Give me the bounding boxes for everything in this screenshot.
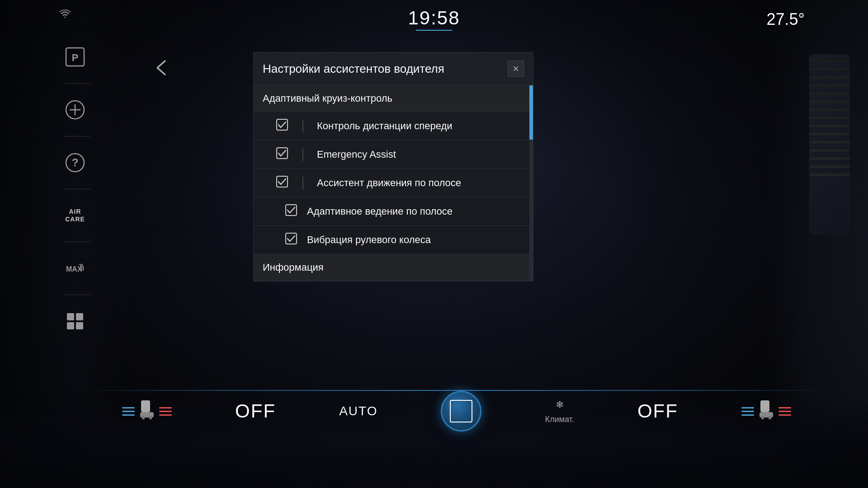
menu-item-emergency[interactable]: Emergency Assist xyxy=(254,141,533,169)
seat-line-3 xyxy=(122,414,135,416)
menu-item-lane[interactable]: Ассистент движения по полосе xyxy=(254,169,533,197)
menu-item-distance-label: Контроль дистанции спереди xyxy=(317,120,453,132)
svg-rect-17 xyxy=(141,400,150,412)
wifi-icon xyxy=(59,9,71,22)
back-button[interactable] xyxy=(154,59,167,81)
item-divider-2 xyxy=(302,148,303,161)
menu-item-adaptive-lane[interactable]: Адаптивное ведение по полосе xyxy=(254,197,533,226)
seat-line-r3 xyxy=(159,414,172,416)
panel-title: Настройки ассистентов водителя xyxy=(263,62,444,76)
left-seat-lines-right xyxy=(159,407,172,416)
svg-rect-25 xyxy=(769,416,771,419)
svg-text:P: P xyxy=(72,52,79,63)
svg-rect-8 xyxy=(67,313,74,320)
menu-item-adaptive-lane-label: Адаптивное ведение по полосе xyxy=(307,206,453,217)
checkbox-lane xyxy=(276,176,289,190)
menu-item-emergency-label: Emergency Assist xyxy=(317,149,396,160)
menu-list: Адаптивный круиз-контроль Контроль диста… xyxy=(254,85,533,281)
menu-item-distance[interactable]: Контроль дистанции спереди xyxy=(254,112,533,141)
menu-item-vibration-label: Вибрация рулевого колеса xyxy=(307,234,431,246)
checkbox-distance xyxy=(276,119,289,133)
svg-rect-24 xyxy=(761,416,764,419)
svg-rect-11 xyxy=(76,322,83,329)
svg-text:MAX: MAX xyxy=(66,265,82,273)
air-care-icon[interactable]: AIRCARE xyxy=(63,204,87,227)
right-seat-line-r1 xyxy=(778,407,791,408)
home-button[interactable] xyxy=(441,391,481,432)
time-underline xyxy=(416,30,452,31)
right-seat-line-2 xyxy=(741,411,754,412)
auto-label[interactable]: AUTO xyxy=(339,404,377,418)
right-seat-control[interactable] xyxy=(741,399,791,423)
time-display: 19:58 xyxy=(408,7,460,29)
left-seat-icon xyxy=(139,399,155,423)
close-button[interactable]: × xyxy=(508,61,524,77)
checkbox-vibration xyxy=(285,233,298,247)
svg-text:❄: ❄ xyxy=(556,399,564,410)
divider-1 xyxy=(63,83,90,84)
right-seat-lines-left xyxy=(741,407,754,416)
svg-rect-19 xyxy=(142,416,145,419)
section-header-info[interactable]: Информация xyxy=(254,254,533,281)
klimat-button[interactable]: ❄ Климат. xyxy=(545,398,574,424)
seat-line-r2 xyxy=(159,411,172,412)
temperature-display: 27.5° xyxy=(767,10,805,29)
status-bar: 19:58 27.5° xyxy=(0,0,868,36)
left-sidebar: P ? AIRCARE MAX xyxy=(63,45,90,333)
menu-item-lane-label: Ассистент движения по полосе xyxy=(317,177,461,189)
max-icon[interactable]: MAX xyxy=(63,257,87,280)
section-header-cruise[interactable]: Адаптивный круиз-контроль xyxy=(254,85,533,112)
left-seat-control[interactable] xyxy=(122,399,172,423)
right-seat-line-r3 xyxy=(778,414,791,416)
seat-line-r1 xyxy=(159,407,172,408)
divider-3 xyxy=(63,189,90,189)
seat-line-1 xyxy=(122,407,135,408)
right-seat-icon xyxy=(759,399,774,423)
parking-icon[interactable]: P xyxy=(63,45,87,69)
divider-4 xyxy=(63,242,90,242)
home-button-inner xyxy=(450,400,472,422)
divider-5 xyxy=(63,295,90,295)
grid-icon[interactable] xyxy=(63,310,87,333)
divider-2 xyxy=(63,136,90,136)
checkbox-adaptive-lane xyxy=(285,204,298,219)
seat-line-2 xyxy=(122,411,135,412)
klimat-icon: ❄ xyxy=(551,398,568,415)
item-divider xyxy=(302,120,303,132)
svg-text:?: ? xyxy=(72,156,79,169)
panel-header: Настройки ассистентов водителя × xyxy=(254,52,533,85)
klimat-label: Климат. xyxy=(545,415,574,424)
vent-detail xyxy=(809,54,850,235)
info-icon[interactable]: ? xyxy=(63,151,87,174)
scrollbar-track[interactable] xyxy=(529,85,533,281)
air-care-label: AIRCARE xyxy=(65,208,85,223)
right-off-label[interactable]: OFF xyxy=(637,400,678,422)
checkbox-emergency xyxy=(276,147,289,162)
driver-assist-panel: Настройки ассистентов водителя × Адаптив… xyxy=(253,52,533,282)
right-seat-line-3 xyxy=(741,414,754,416)
right-seat-line-r2 xyxy=(778,411,791,412)
item-divider-3 xyxy=(302,177,303,189)
menu-item-vibration[interactable]: Вибрация рулевого колеса xyxy=(254,226,533,254)
svg-rect-22 xyxy=(760,400,769,412)
right-seat-lines-right xyxy=(778,407,791,416)
scrollbar-thumb[interactable] xyxy=(529,85,533,140)
left-off-label[interactable]: OFF xyxy=(235,400,276,422)
bottom-control-bar: OFF AUTO ❄ Климат. OFF xyxy=(90,389,823,434)
svg-rect-10 xyxy=(67,322,74,329)
svg-rect-20 xyxy=(149,416,152,419)
left-seat-lines xyxy=(122,407,135,416)
right-seat-line-1 xyxy=(741,407,754,408)
svg-rect-9 xyxy=(76,313,83,320)
add-icon[interactable] xyxy=(63,98,87,122)
